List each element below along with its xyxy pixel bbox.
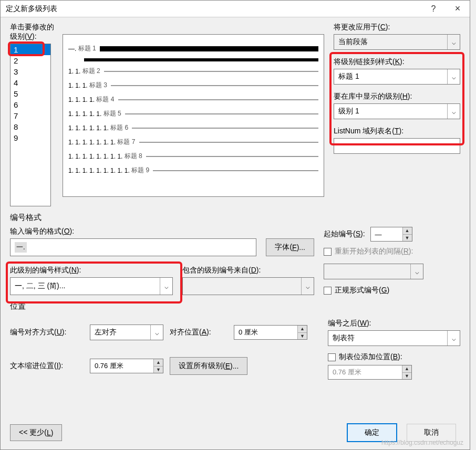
preview-line: 1. 1. 1. 1. 标题 4 [68,95,318,104]
level-item-1[interactable]: 1 [11,44,50,55]
dialog-content: 单击要修改的级别(V): 1 2 3 4 5 6 7 8 9 [1,17,470,391]
listnum-label: ListNum 域列表名(T): [334,127,460,136]
preview-line: 1. 1. 1. 1. 1. 1. 标题 6 [68,123,318,132]
tabstop-spinner[interactable]: 0.76 厘米 ▲▼ [328,365,412,380]
text-indent-spinner[interactable]: 0.76 厘米 ▲▼ [90,359,163,373]
restart-select[interactable]: ⌵ [324,264,423,279]
level-item-9[interactable]: 9 [11,132,50,143]
level-item-5[interactable]: 5 [11,88,50,99]
spinner-up-icon[interactable]: ▲ [298,326,307,333]
link-style-select[interactable]: 标题 1 ⌵ [334,69,460,85]
number-format-section: 输入编号的格式(O): 一. 字体(F)... 起始编号(S): [10,227,460,295]
chevron-down-icon: ⌵ [410,264,423,279]
top-row: 单击要修改的级别(V): 1 2 3 4 5 6 7 8 9 [10,23,460,206]
restart-checkbox[interactable] [324,248,332,256]
number-format-groupbox: 编号格式 [10,213,460,223]
show-level-label: 要在库中显示的级别(H): [334,92,460,101]
set-all-levels-button[interactable]: 设置所有级别(E)... [170,357,247,375]
tabstop-checkbox[interactable] [328,353,336,361]
font-button[interactable]: 字体(F)... [266,238,314,256]
preview-line: 1. 1. 1. 1. 1. 标题 5 [68,109,318,118]
apply-to-label: 将更改应用于(C): [334,23,460,32]
number-format-input[interactable]: 一. [10,238,256,256]
help-button[interactable]: ? [421,1,446,17]
start-at-label: 起始编号(S): [324,229,365,239]
text-indent-label: 文本缩进位置(I): [10,361,84,371]
num-style-select[interactable]: 一, 二, 三 (简)... ⌵ [10,277,173,295]
spinner-down-icon[interactable]: ▼ [403,235,412,242]
show-level-select[interactable]: 级别 1 ⌵ [334,103,460,119]
follow-by-label: 编号之后(W): [328,319,460,328]
close-button[interactable]: × [446,1,470,17]
enter-format-label: 输入编号的格式(O): [10,227,256,236]
spinner-down-icon[interactable]: ▼ [298,333,307,340]
position-section: 编号对齐方式(U): 左对齐 ⌵ 对齐位置(A): 0 厘米 ▲▼ 编号之后(W… [10,319,460,380]
apply-to-select[interactable]: 当前段落 ⌵ [334,34,460,50]
spinner-down-icon[interactable]: ▼ [154,367,163,373]
chevron-down-icon: ⌵ [447,35,460,49]
titlebar: 定义新多级列表 ? × [1,1,470,17]
position-groupbox: 位置 [10,301,460,311]
chevron-down-icon: ⌵ [301,278,314,295]
restart-label: 重新开始列表的间隔(R): [335,247,413,256]
level-item-3[interactable]: 3 [11,66,50,77]
level-item-4[interactable]: 4 [11,77,50,88]
legal-checkbox[interactable] [324,287,332,295]
preview-line: 1. 1. 1. 标题 3 [68,81,318,90]
spinner-up-icon[interactable]: ▲ [402,365,411,373]
tabstop-label: 制表位添加位置(B): [339,352,402,362]
level-column: 单击要修改的级别(V): 1 2 3 4 5 6 7 8 9 [10,23,57,206]
link-style-label: 将级别链接到样式(K): [334,57,460,67]
watermark: https://blog.csdn.net/echoguz [381,439,463,446]
level-listbox[interactable]: 1 2 3 4 5 6 7 8 9 [10,44,51,206]
include-from-label: 包含的级别编号来自(D): [182,266,314,275]
dialog-title: 定义新多级列表 [6,4,421,14]
spinner-up-icon[interactable]: ▲ [403,227,412,235]
level-item-8[interactable]: 8 [11,121,50,132]
click-level-label: 单击要修改的级别(V): [10,23,57,41]
num-style-label: 此级别的编号样式(N): [10,266,173,275]
start-at-spinner[interactable]: — ▲▼ [370,227,412,242]
define-multilevel-list-dialog: 定义新多级列表 ? × 单击要修改的级别(V): 1 2 3 4 5 6 [0,0,470,450]
preview-line: 1. 1. 1. 1. 1. 1. 1. 1. 标题 8 [68,152,318,161]
legal-label: 正规形式编号(G) [335,286,389,295]
preview-line: 1. 1. 1. 1. 1. 1. 1. 标题 7 [68,138,318,146]
align-label: 编号对齐方式(U): [10,328,84,337]
follow-by-select[interactable]: 制表符 ⌵ [328,330,460,346]
listnum-input[interactable] [334,138,460,154]
preview-panel: —. 标题 1 1. 1. 标题 2 1. 1. 1. 标题 3 [63,34,324,197]
level-item-2[interactable]: 2 [11,55,50,66]
chevron-down-icon: ⌵ [447,69,460,84]
level-item-6[interactable]: 6 [11,99,50,110]
chevron-down-icon: ⌵ [150,325,163,340]
align-at-spinner[interactable]: 0 厘米 ▲▼ [234,325,307,340]
level-item-7[interactable]: 7 [11,110,50,121]
chevron-down-icon: ⌵ [447,331,460,346]
preview-line: —. 标题 1 [68,44,318,53]
chevron-down-icon: ⌵ [447,104,460,119]
include-from-select[interactable]: ⌵ [182,277,314,295]
right-column: 将更改应用于(C): 当前段落 ⌵ 将级别链接到样式(K): 标题 1 ⌵ [329,23,460,206]
preview-line: 1. 1. 标题 2 [68,67,318,76]
preview-column: —. 标题 1 1. 1. 标题 2 1. 1. 1. 标题 3 [63,23,324,206]
spinner-up-icon[interactable]: ▲ [154,359,163,367]
spinner-down-icon[interactable]: ▼ [402,373,411,380]
less-button[interactable]: << 更少(L) [10,424,62,441]
preview-line: 1. 1. 1. 1. 1. 1. 1. 1. 1. 标题 9 [68,166,318,175]
chevron-down-icon: ⌵ [160,278,172,295]
align-select[interactable]: 左对齐 ⌵ [90,325,163,340]
align-at-label: 对齐位置(A): [170,328,227,337]
